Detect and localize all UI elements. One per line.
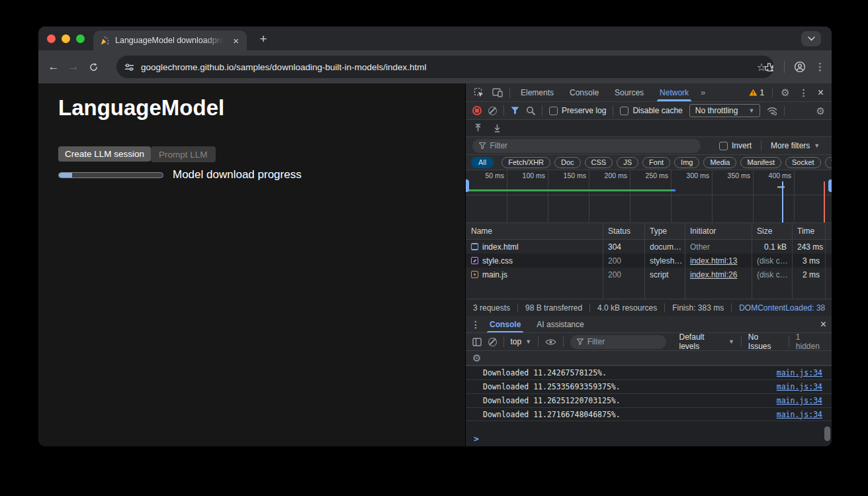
new-tab-button[interactable]: + — [255, 32, 272, 46]
tab-elements[interactable]: Elements — [513, 83, 562, 101]
column-separator[interactable] — [825, 223, 826, 299]
devtools-close-button[interactable]: × — [814, 87, 828, 98]
column-separator[interactable] — [603, 223, 603, 299]
column-header-initiator[interactable]: Initiator — [685, 226, 752, 236]
network-request-row[interactable]: style.css 200 stylesh… index.html:13 (di… — [466, 254, 832, 268]
more-tabs-button[interactable]: » — [697, 87, 709, 97]
extensions-button[interactable] — [763, 62, 775, 73]
inspect-element-button[interactable] — [470, 87, 488, 98]
devtools-settings-button[interactable]: ⚙ — [777, 87, 793, 97]
console-source-link[interactable]: main.js:34 — [777, 410, 822, 419]
request-type-chip[interactable]: JS — [617, 157, 638, 168]
tab-console-drawer[interactable]: Console — [483, 316, 527, 332]
zoom-window-button[interactable] — [76, 34, 85, 43]
disable-cache-checkbox[interactable]: Disable cache — [620, 106, 682, 115]
upload-icon — [474, 124, 482, 132]
close-window-button[interactable] — [47, 34, 56, 43]
toggle-device-toolbar-button[interactable] — [488, 88, 507, 97]
error-badge[interactable]: 1 — [745, 88, 769, 97]
prompt-llm-button[interactable]: Prompt LLM — [151, 146, 216, 162]
forward-button[interactable]: → — [64, 60, 83, 74]
request-type-chip[interactable]: Socket — [785, 157, 821, 168]
column-header-size[interactable]: Size — [752, 226, 792, 236]
tab-close-icon[interactable]: × — [232, 36, 240, 46]
column-separator[interactable] — [685, 223, 685, 299]
column-separator[interactable] — [752, 223, 752, 299]
tab-ai-assistance[interactable]: AI assistance — [530, 316, 590, 332]
tab-network[interactable]: Network — [652, 83, 697, 101]
clear-console-button[interactable] — [488, 338, 497, 346]
request-initiator-cell[interactable]: index.html:26 — [685, 270, 752, 279]
clear-network-log-button[interactable] — [488, 107, 497, 115]
console-source-link[interactable]: main.js:34 — [777, 396, 822, 405]
tab-search-button[interactable] — [801, 31, 821, 46]
network-filter-field[interactable] — [472, 139, 701, 153]
console-filter-input[interactable] — [587, 337, 660, 346]
more-filters-button[interactable]: More filters ▼ — [771, 141, 820, 150]
column-header-status[interactable]: Status — [603, 226, 644, 236]
console-source-link[interactable]: main.js:34 — [777, 382, 822, 391]
request-type-chip[interactable]: Doc — [554, 157, 581, 168]
filter-toggle-button[interactable] — [511, 107, 519, 115]
issues-link[interactable]: No Issues — [748, 332, 782, 351]
drawer-close-button[interactable]: × — [820, 319, 826, 330]
context-selector[interactable]: top ▼ — [510, 337, 531, 346]
request-type-chip[interactable]: Img — [674, 157, 699, 168]
console-settings-button[interactable]: ⚙ — [472, 353, 481, 363]
progress-fill — [59, 173, 72, 177]
console-messages: Downloaded 11.24267578125%. main.js:34 D… — [466, 366, 832, 430]
request-type-chip[interactable]: CSS — [585, 157, 613, 168]
network-filter-row: Invert More filters ▼ — [466, 137, 832, 155]
overview-right-handle[interactable] — [828, 179, 832, 192]
browser-tab[interactable]: LanguageModel downloadpro × — [93, 30, 247, 50]
request-initiator-cell[interactable]: index.html:13 — [685, 256, 752, 266]
request-type-chip[interactable]: Media — [703, 157, 736, 168]
request-type-chip[interactable]: Wasm — [825, 157, 832, 168]
hidden-messages-count[interactable]: 1 hidden — [796, 332, 825, 351]
request-type-chip[interactable]: Fetch/XHR — [501, 157, 550, 168]
refresh-button[interactable] — [83, 62, 103, 72]
browser-menu-button[interactable]: ⋮ — [815, 61, 825, 73]
record-network-log-button[interactable] — [472, 106, 482, 115]
network-conditions-button[interactable] — [767, 107, 777, 115]
console-sidebar-button[interactable] — [472, 338, 482, 346]
overview-left-handle[interactable] — [466, 179, 469, 192]
throttling-dropdown[interactable]: No throttling ▼ — [689, 104, 761, 117]
tab-console[interactable]: Console — [562, 83, 607, 101]
devtools-menu-button[interactable]: ⋮ — [794, 87, 814, 98]
network-settings-button[interactable]: ⚙ — [816, 106, 825, 116]
network-filter-input[interactable] — [490, 141, 694, 150]
log-levels-dropdown[interactable]: Default levels ▼ — [679, 332, 734, 351]
tab-sources[interactable]: Sources — [607, 83, 652, 101]
network-request-row[interactable]: index.html 304 docum… Other 0.1 kB 243 m… — [466, 240, 832, 254]
drawer-menu-button[interactable]: ⋮ — [471, 319, 480, 330]
back-button[interactable]: ← — [44, 60, 64, 74]
column-header-time[interactable]: Time — [792, 226, 825, 236]
import-har-button[interactable] — [474, 124, 482, 132]
export-har-button[interactable] — [493, 124, 501, 132]
column-header-type[interactable]: Type — [644, 226, 685, 236]
console-scrollbar-thumb[interactable] — [824, 426, 830, 441]
profile-button[interactable] — [794, 61, 806, 73]
console-filter-field[interactable] — [570, 335, 666, 349]
url-bar[interactable]: googlechrome.github.io/samples/downloadi… — [116, 56, 774, 78]
network-overview[interactable]: 50 ms100 ms150 ms200 ms250 ms300 ms350 m… — [466, 170, 832, 223]
console-message-text: Downloaded 11.26251220703125%. — [483, 396, 777, 405]
console-source-link[interactable]: main.js:34 — [777, 368, 822, 377]
request-type-chip[interactable]: Font — [642, 157, 670, 168]
search-network-button[interactable] — [526, 106, 535, 115]
live-expression-button[interactable] — [545, 338, 556, 346]
request-type-chip[interactable]: All — [471, 157, 494, 168]
console-prompt[interactable]: > — [466, 430, 832, 446]
column-separator[interactable] — [644, 223, 645, 299]
request-type-chip[interactable]: Manifest — [740, 157, 781, 168]
column-separator[interactable] — [792, 223, 793, 299]
column-header-name[interactable]: Name — [466, 226, 603, 236]
console-message-text: Downloaded 11.27166748046875%. — [483, 410, 777, 419]
create-llm-session-button[interactable]: Create LLM session — [58, 146, 151, 162]
request-initiator-cell[interactable]: Other — [685, 242, 752, 252]
preserve-log-checkbox[interactable]: Preserve log — [549, 106, 606, 115]
network-request-row[interactable]: main.js 200 script index.html:26 (disk c… — [466, 268, 832, 281]
invert-checkbox[interactable]: Invert — [719, 141, 752, 150]
minimize-window-button[interactable] — [62, 34, 70, 43]
